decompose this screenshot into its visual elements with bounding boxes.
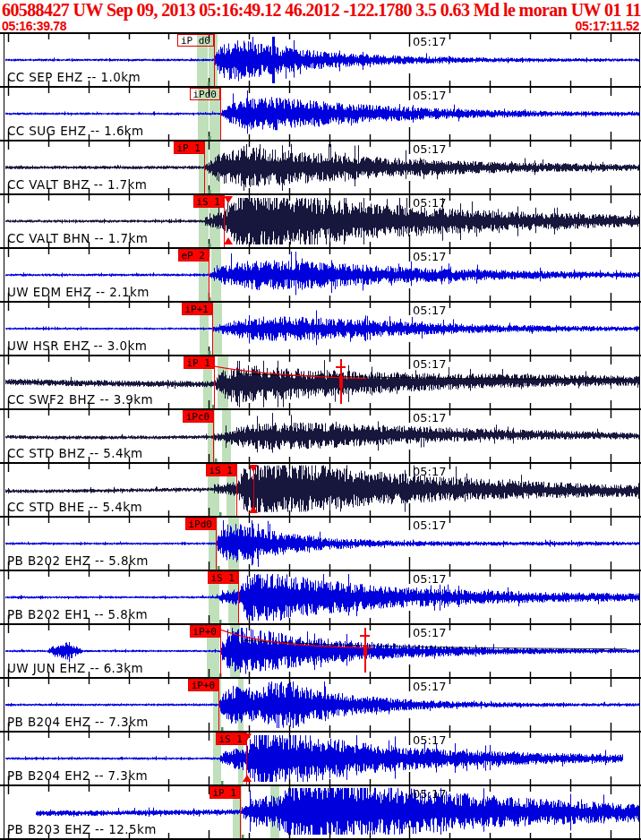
- minute-label: 05:17: [413, 626, 446, 639]
- pick-flag[interactable]: iP 1: [174, 141, 205, 154]
- minute-label: 05:17: [413, 519, 446, 532]
- minute-label: 05:17: [413, 142, 446, 156]
- trace-panel[interactable]: 05:17iP 1PB B203 EHZ -- 12.5km: [0, 784, 641, 838]
- pick-flag[interactable]: iS 1: [208, 571, 239, 584]
- minute-label: 05:17: [413, 733, 446, 747]
- minute-label: 05:17: [413, 680, 446, 693]
- pick-flag[interactable]: iS 1: [193, 195, 225, 208]
- trace-panel[interactable]: 05:17iP 1CC SWF2 BHZ -- 3.9km: [0, 355, 641, 408]
- amplitude-marker-up[interactable]: [224, 237, 233, 244]
- s-window-band: [218, 356, 228, 408]
- amplitude-marker-down[interactable]: [249, 465, 258, 472]
- coda-duration-marker[interactable]: [336, 359, 346, 404]
- station-label: CC SEP EHZ -- 1.0km: [7, 70, 141, 84]
- trace-panel[interactable]: 05:17iS 1CC VALT BHN -- 1.7km: [0, 193, 641, 247]
- trace-start-time: 05:16:39.78: [2, 19, 66, 33]
- minute-label: 05:17: [413, 304, 446, 317]
- station-label: UW HSR EHZ -- 3.0km: [7, 339, 147, 353]
- pick-flag[interactable]: iPd0: [185, 518, 217, 530]
- coda-duration-marker-part: [336, 366, 346, 368]
- trace-panel[interactable]: 05:17iP d0CC SEP EHZ -- 1.0km: [0, 32, 641, 86]
- pick-flag[interactable]: iPd0: [190, 88, 221, 100]
- minute-label: 05:17: [413, 787, 446, 801]
- station-label: PB B204 EHZ -- 7.3km: [7, 715, 149, 729]
- coda-duration-marker-part: [339, 376, 343, 388]
- pick-flag[interactable]: iP+1: [182, 303, 213, 315]
- pick-flag[interactable]: iPc0: [183, 410, 214, 423]
- pick-flag[interactable]: iP+0: [188, 679, 219, 691]
- station-label: CC SUG EHZ -- 1.6km: [7, 124, 144, 138]
- pick-flag[interactable]: iS 1: [216, 733, 247, 745]
- minute-label: 05:17: [413, 196, 446, 210]
- minute-label: 05:17: [413, 411, 446, 424]
- seismogram-viewer: 60588427 UW Sep 09, 2013 05:16:49.12 46.…: [0, 0, 641, 840]
- station-label: CC VALT BHN -- 1.7km: [7, 231, 148, 245]
- s-window-band: [230, 625, 240, 677]
- amplitude-marker-down[interactable]: [243, 733, 252, 741]
- station-label: PB B204 EH2 -- 7.3km: [7, 768, 148, 783]
- minute-label: 05:17: [413, 35, 446, 48]
- s-window-band: [222, 410, 231, 462]
- amplitude-marker-down[interactable]: [224, 196, 233, 203]
- station-label: PB B202 EHZ -- 5.8km: [7, 553, 149, 568]
- pick-flag[interactable]: iP 1: [209, 786, 241, 799]
- amplitude-span-line: [253, 467, 255, 510]
- trace-panel[interactable]: 05:17iPd0CC SUG EHZ -- 1.6km: [0, 86, 641, 140]
- station-label: CC STD BHZ -- 5.4km: [7, 446, 143, 460]
- minute-label: 05:17: [413, 357, 446, 371]
- trace-panel[interactable]: 05:17eP 2UW EDM EHZ -- 2.1km: [0, 247, 641, 301]
- pick-flag[interactable]: iS 1: [206, 464, 237, 476]
- station-label: CC STD BHE -- 5.4km: [7, 500, 142, 514]
- pick-flag[interactable]: iP 1: [184, 356, 215, 369]
- minute-label: 05:17: [413, 572, 446, 586]
- trace-panel[interactable]: 05:17iPc0CC STD BHZ -- 5.4km: [0, 408, 641, 462]
- minute-label: 05:17: [413, 89, 446, 102]
- minute-label: 05:17: [413, 465, 446, 478]
- trace-panel[interactable]: 05:17iP+0PB B204 EHZ -- 7.3km: [0, 677, 641, 731]
- station-label: UW JUN EHZ -- 6.3km: [7, 661, 143, 675]
- s-window-band: [238, 679, 244, 731]
- s-window-band: [228, 518, 239, 570]
- station-label: PB B202 EH1 -- 5.8km: [7, 607, 148, 621]
- coda-duration-marker-part: [360, 635, 370, 637]
- trace-panel[interactable]: 05:17iPd0PB B202 EHZ -- 5.8km: [0, 516, 641, 570]
- event-summary-line: 60588427 UW Sep 09, 2013 05:16:49.12 46.…: [2, 0, 641, 21]
- pick-flag[interactable]: iP+0: [190, 625, 221, 638]
- event-header: 60588427 UW Sep 09, 2013 05:16:49.12 46.…: [0, 0, 641, 32]
- coda-duration-marker-part: [363, 645, 367, 656]
- station-label: CC SWF2 BHZ -- 3.9km: [7, 392, 153, 407]
- trace-panel[interactable]: 05:17iS 1PB B204 EH2 -- 7.3km: [0, 731, 641, 784]
- station-label: CC VALT BHZ -- 1.7km: [7, 177, 147, 192]
- pick-flag[interactable]: eP 2: [178, 249, 209, 261]
- amplitude-marker-up[interactable]: [243, 775, 252, 782]
- plot-left-border: [4, 32, 4, 840]
- s-window-band: [211, 249, 221, 301]
- amplitude-marker-up[interactable]: [249, 506, 258, 513]
- trace-panel[interactable]: 05:17iS 1PB B202 EH1 -- 5.8km: [0, 570, 641, 623]
- station-label: UW EDM EHZ -- 2.1km: [7, 285, 150, 299]
- trace-panel[interactable]: 05:17iS 1CC STD BHE -- 5.4km: [0, 462, 641, 516]
- station-label: PB B203 EHZ -- 12.5km: [7, 822, 157, 836]
- trace-end-time: 05:17:11.52: [576, 19, 639, 33]
- coda-duration-marker[interactable]: [360, 628, 370, 673]
- minute-label: 05:17: [413, 250, 446, 263]
- trace-panel[interactable]: 05:17iP+1UW HSR EHZ -- 3.0km: [0, 301, 641, 355]
- s-window-band: [212, 303, 222, 355]
- trace-panel[interactable]: 05:17iP+0UW JUN EHZ -- 6.3km: [0, 623, 641, 677]
- s-window-band: [270, 786, 279, 838]
- s-window-band: [209, 141, 220, 193]
- plot-right-border: [639, 32, 640, 840]
- pick-flag[interactable]: iP d0: [177, 34, 214, 47]
- trace-panel[interactable]: 05:17iP 1CC VALT BHZ -- 1.7km: [0, 140, 641, 193]
